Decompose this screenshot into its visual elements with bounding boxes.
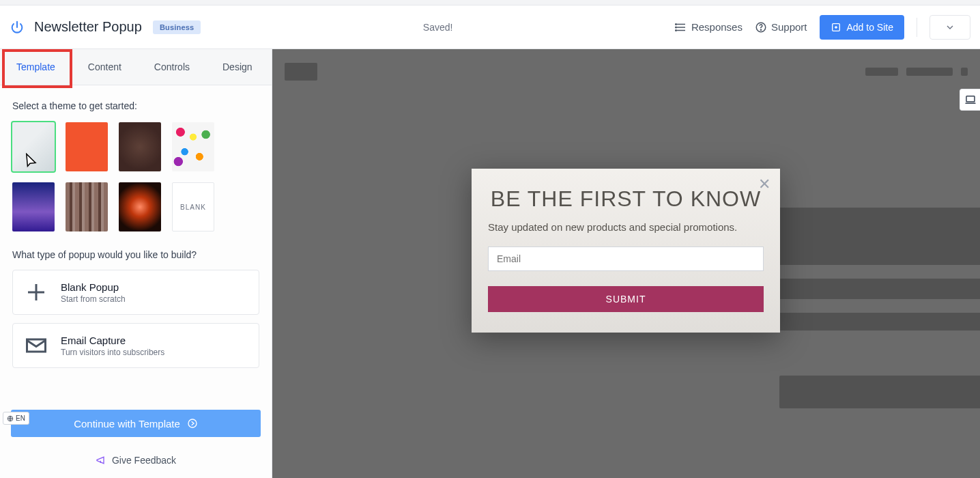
svg-point-0 [676, 23, 677, 25]
continue-button[interactable]: Continue with Template [11, 410, 261, 437]
preview-canvas: ✕ BE THE FIRST TO KNOW Stay updated on n… [272, 49, 980, 478]
option-email-capture[interactable]: Email Capture Turn visitors into subscri… [12, 323, 259, 368]
device-preview-toggle[interactable] [960, 89, 980, 111]
svg-rect-8 [966, 96, 975, 102]
popup-close-button[interactable]: ✕ [758, 175, 770, 193]
theme-mountains-night[interactable] [12, 182, 55, 231]
option-title: Blank Popup [61, 281, 126, 293]
header-divider [917, 18, 917, 37]
tab-content[interactable]: Content [72, 49, 138, 85]
theme-light-hangers[interactable] [12, 122, 55, 171]
language-badge[interactable]: EN [3, 412, 29, 425]
option-title: Email Capture [61, 335, 164, 346]
header-actions: Responses Support Add to Site [675, 15, 970, 40]
popup-submit-label: SUBMIT [606, 294, 646, 305]
sidebar-tabs: Template Content Controls Design [0, 49, 272, 85]
sidebar: Template Content Controls Design Select … [0, 49, 272, 478]
theme-orange[interactable] [66, 122, 108, 171]
preview-skeleton [865, 68, 898, 76]
option-subtitle: Turn visitors into subscribers [61, 348, 164, 357]
popup-preview: ✕ BE THE FIRST TO KNOW Stay updated on n… [472, 169, 780, 333]
plan-badge: Business [153, 20, 201, 34]
popup-heading: BE THE FIRST TO KNOW [488, 186, 764, 212]
theme-sparkler[interactable] [119, 182, 161, 231]
theme-gold-burst[interactable] [119, 122, 161, 171]
popup-subheading: Stay updated on new products and special… [488, 221, 764, 233]
give-feedback-link[interactable]: Give Feedback [11, 449, 261, 471]
support-label: Support [771, 21, 807, 33]
preview-skeleton [779, 376, 980, 408]
responses-label: Responses [691, 21, 743, 33]
app-body: Template Content Controls Design Select … [0, 49, 980, 478]
theme-umbrellas[interactable] [172, 122, 214, 171]
theme-grid: BLANK [12, 122, 259, 231]
feedback-label: Give Feedback [112, 455, 176, 466]
option-subtitle: Start from scratch [61, 294, 126, 304]
popup-type-heading: What type of popup would you like to bui… [12, 249, 259, 260]
option-blank-popup[interactable]: Blank Popup Start from scratch [12, 270, 259, 315]
svg-point-6 [188, 419, 197, 427]
save-status: Saved! [201, 22, 675, 33]
support-link[interactable]: Support [755, 21, 807, 33]
cursor-icon [24, 152, 40, 171]
theme-blank-label: BLANK [173, 183, 214, 231]
theme-blank[interactable]: BLANK [172, 182, 214, 231]
header-dropdown[interactable] [929, 15, 970, 40]
preview-topbar [272, 60, 980, 83]
sidebar-footer: Continue with Template Give Feedback [0, 410, 272, 478]
responses-link[interactable]: Responses [675, 21, 743, 33]
select-theme-heading: Select a theme to get started: [12, 100, 259, 111]
theme-bookshelf[interactable] [66, 182, 108, 231]
app-title: Newsletter Popup [34, 19, 142, 35]
svg-point-1 [676, 27, 677, 28]
window-top-strip [0, 0, 980, 5]
svg-point-4 [760, 29, 761, 30]
template-panel: Select a theme to get started: BLANK Wha… [0, 85, 272, 410]
popup-submit-button[interactable]: SUBMIT [488, 286, 764, 312]
tab-template[interactable]: Template [0, 49, 72, 85]
continue-label: Continue with Template [74, 418, 180, 430]
preview-skeleton [961, 68, 968, 76]
add-to-site-label: Add to Site [847, 22, 894, 33]
app-logo-icon [10, 20, 25, 35]
popup-email-input[interactable] [488, 247, 764, 271]
tab-design[interactable]: Design [206, 49, 269, 85]
tab-controls[interactable]: Controls [138, 49, 206, 85]
preview-skeleton [285, 63, 317, 81]
app-header: Newsletter Popup Business Saved! Respons… [0, 5, 980, 49]
language-label: EN [16, 414, 25, 422]
svg-point-2 [676, 29, 677, 31]
plus-icon [24, 280, 48, 305]
add-to-site-button[interactable]: Add to Site [820, 15, 905, 40]
envelope-icon [24, 333, 48, 358]
preview-skeleton [906, 68, 953, 76]
